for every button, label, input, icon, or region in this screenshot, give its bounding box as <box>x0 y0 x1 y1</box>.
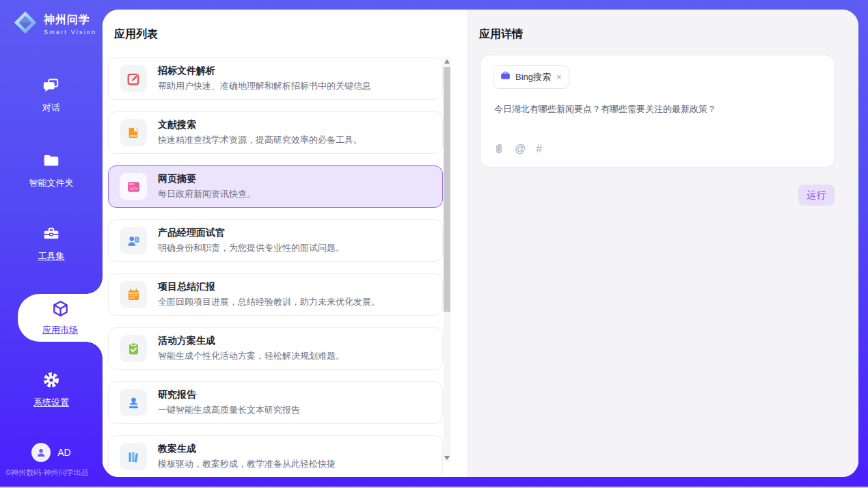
briefcase-icon <box>500 70 511 83</box>
app-name: 文献搜索 <box>158 119 362 131</box>
clipboard-check-icon <box>120 335 147 362</box>
app-list: 招标文件解析 帮助用户快速、准确地理解和解析招标书中的关键信息 文献搜索 快速精… <box>108 57 443 477</box>
sidebar-item-label: 工具集 <box>38 250 65 262</box>
app-name: 网页摘要 <box>158 173 256 185</box>
user-account[interactable]: AD <box>0 443 103 462</box>
book-icon <box>120 119 147 146</box>
tool-tag-label: Bing搜索 <box>515 71 551 83</box>
main-content: 应用列表 招标文件解析 帮助用户快速、准确地理解和解析招标书中的关键信息 文献搜… <box>103 10 858 477</box>
chat-icon <box>42 77 60 97</box>
sidebar-item-label: 系统设置 <box>33 396 69 409</box>
app-card[interactable]: 产品经理面试官 明确身份和职责，为您提供专业性的面试问题。 <box>108 219 443 262</box>
calendar-icon <box>120 281 147 308</box>
sidebar-item-label: 应用市场 <box>42 324 78 336</box>
paperclip-icon[interactable] <box>493 143 504 154</box>
app-card[interactable]: </> 网页摘要 每日政府新闻资讯快查。 <box>108 165 443 208</box>
app-name: 招标文件解析 <box>158 65 371 77</box>
brand-subtitle: Smart Vision <box>44 29 96 36</box>
sidebar-item-app-market[interactable]: 应用市场 <box>18 294 103 342</box>
app-detail-title: 应用详情 <box>479 27 523 42</box>
books-icon <box>120 443 147 470</box>
active-tab-bottom-curve <box>86 342 103 358</box>
prompt-toolbar: @ # <box>493 143 542 154</box>
sidebar: 神州问学 Smart Vision 对话 智能文件夹 工具集 应用市场 系统设置… <box>0 0 103 488</box>
gear-icon <box>42 371 60 392</box>
app-card[interactable]: 教案生成 模板驱动，教案秒成，教学准备从此轻松快捷 <box>108 435 443 477</box>
brand-title: 神州问学 <box>44 13 96 27</box>
at-mention-icon[interactable]: @ <box>515 144 526 154</box>
svg-text:</>: </> <box>129 186 137 191</box>
app-description: 快速精准查找学术资源，提高研究效率的必备工具。 <box>158 134 362 146</box>
prompt-input[interactable]: 今日湖北有哪些新闻要点？有哪些需要关注的最新政策？ <box>494 103 821 116</box>
user-avatar-icon <box>31 443 51 462</box>
app-name: 产品经理面试官 <box>158 227 344 239</box>
hash-tag-icon[interactable]: # <box>536 144 542 154</box>
brand-diamond-icon <box>12 10 38 38</box>
prompt-card: Bing搜索 × 今日湖北有哪些新闻要点？有哪些需要关注的最新政策？ @ # <box>480 55 835 167</box>
app-description: 每日政府新闻资讯快查。 <box>158 188 256 200</box>
sidebar-item-toolset[interactable]: 工具集 <box>0 225 103 262</box>
app-description: 帮助用户快速、准确地理解和解析招标书中的关键信息 <box>158 80 371 92</box>
tool-tag-bing-search[interactable]: Bing搜索 × <box>493 65 569 89</box>
copyright-text: ©神州数码·神州问学出品 <box>5 467 89 478</box>
app-card[interactable]: 招标文件解析 帮助用户快速、准确地理解和解析招标书中的关键信息 <box>108 57 443 100</box>
app-name: 研究报告 <box>158 389 300 401</box>
toolbox-icon <box>42 225 60 245</box>
scrollbar-down-arrow-icon[interactable] <box>444 456 450 460</box>
app-card[interactable]: 项目总结汇报 全面回顾项目进展，总结经验教训，助力未来优化发展。 <box>108 273 443 316</box>
scrollbar[interactable] <box>444 57 450 462</box>
app-description: 一键智能生成高质量长文本研究报告 <box>158 404 300 416</box>
sidebar-item-label: 对话 <box>42 102 60 114</box>
app-list-title: 应用列表 <box>114 27 158 42</box>
user-name: AD <box>57 447 70 458</box>
brand-logo: 神州问学 Smart Vision <box>12 10 96 38</box>
interviewer-icon <box>120 227 147 254</box>
app-detail-panel: 应用详情 Bing搜索 × 今日湖北有哪些新闻要点？有哪些需要关注的最新政策？ … <box>467 10 858 477</box>
app-name: 项目总结汇报 <box>158 281 380 293</box>
cube-icon <box>51 299 70 321</box>
app-description: 智能生成个性化活动方案，轻松解决规划难题。 <box>158 350 344 362</box>
scrollbar-up-arrow-icon[interactable] <box>444 59 450 64</box>
sidebar-item-chat[interactable]: 对话 <box>0 77 103 114</box>
sidebar-item-label: 智能文件夹 <box>29 177 74 189</box>
browser-code-icon: </> <box>120 173 147 200</box>
close-icon[interactable]: × <box>556 72 562 81</box>
app-name: 教案生成 <box>158 443 336 455</box>
folder-icon <box>42 152 60 172</box>
edit-square-icon <box>120 65 147 92</box>
report-icon <box>120 389 147 416</box>
app-card[interactable]: 文献搜索 快速精准查找学术资源，提高研究效率的必备工具。 <box>108 111 443 154</box>
app-list-panel: 应用列表 招标文件解析 帮助用户快速、准确地理解和解析招标书中的关键信息 文献搜… <box>103 10 467 477</box>
sidebar-item-smart-folder[interactable]: 智能文件夹 <box>0 152 103 189</box>
app-card[interactable]: 研究报告 一键智能生成高质量长文本研究报告 <box>108 381 443 424</box>
app-description: 模板驱动，教案秒成，教学准备从此轻松快捷 <box>158 458 336 470</box>
app-description: 明确身份和职责，为您提供专业性的面试问题。 <box>158 242 344 254</box>
scrollbar-thumb[interactable] <box>444 67 450 312</box>
run-button[interactable]: 运行 <box>798 185 835 206</box>
app-description: 全面回顾项目进展，总结经验教训，助力未来优化发展。 <box>158 296 380 308</box>
app-card[interactable]: 活动方案生成 智能生成个性化活动方案，轻松解决规划难题。 <box>108 327 443 370</box>
active-tab-top-curve <box>86 277 103 294</box>
sidebar-item-system-settings[interactable]: 系统设置 <box>0 371 103 409</box>
app-name: 活动方案生成 <box>158 335 344 347</box>
